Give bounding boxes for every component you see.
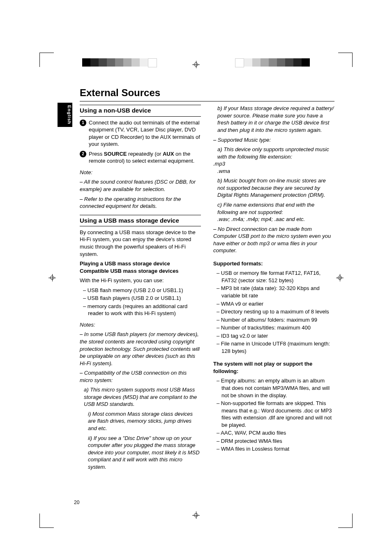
language-tab: English [58,103,72,127]
list-item: USB or memory file format FAT12, FAT16, … [213,269,334,284]
list-item: Number of tracks/titles: maximum 400 [213,324,334,332]
step-1: 1 Connect the audio out terminals of the… [80,119,201,148]
list-item: Directory nesting up to a maximum of 8 l… [213,308,334,315]
text: repeatedly (or [127,151,162,157]
notes-label: Notes: [80,321,201,329]
list-item: AAC, WAV, PCM audio files [213,429,334,437]
step-number-icon: 2 [80,151,86,157]
list-item: USB flash memory (USB 2.0 or USB1.1) [80,287,201,294]
list-item: Empty albums: an empty album is an album… [213,377,334,399]
crop-mark [39,514,54,528]
step-number-icon: 1 [80,120,86,126]
body-text: By connecting a USB mass storage device … [80,229,201,258]
sub-heading: Playing a USB mass storage device [80,260,201,267]
note-text: – Compatibility of the USB connection on… [80,369,201,384]
page-content: External Sources English Using a non-USB… [58,86,334,473]
list-item: memory cards (requires an additional car… [80,303,201,317]
sub-heading: The system will not play or support the … [213,360,334,375]
note-text: – All the sound control features (DSC or… [80,178,201,193]
note-text: – In some USB flash players (or memory d… [80,331,201,367]
registration-mark-icon [337,275,343,281]
step-text: Connect the audio out terminals of the e… [89,119,201,148]
list-item: Non-supported file formats are skipped. … [213,400,334,428]
note-text: .wma [217,168,334,175]
aux-label: AUX [163,151,174,157]
color-bar [82,58,157,67]
sub-heading: Compatible USB mass storage devices [80,267,201,275]
not-supported-list: Empty albums: an empty album is an album… [213,377,334,452]
crop-mark [338,53,353,67]
note-label: Note: [80,169,201,176]
right-column: b) If your Mass storage device required … [213,105,334,473]
source-label: SOURCE [104,151,127,157]
compatible-list: USB flash memory (USB 2.0 or USB1.1) USB… [80,287,201,317]
registration-mark-icon [49,275,55,281]
page-number: 20 [74,499,79,506]
registration-mark-icon [193,512,199,518]
color-bar [235,58,310,67]
step-text: Press SOURCE repeatedly (or AUX on the r… [89,150,201,165]
list-item: Number of albums/ folders: maximum 99 [213,316,334,324]
note-text: – Refer to the operating instructions fo… [80,196,201,210]
note-text: a) This micro system supports most USB M… [84,386,201,408]
section-heading-non-usb: Using a non-USB device [80,105,201,116]
crop-mark [39,53,54,67]
list-item: File name in Unicode UTF8 (maximum lengt… [213,340,334,355]
left-column: Using a non-USB device 1 Connect the aud… [80,105,201,473]
note-text: i) Most common Mass storage class device… [88,410,201,432]
registration-mark-icon [193,62,199,67]
page-title: External Sources [80,86,334,99]
text: Press [89,151,104,157]
list-item: WMA v9 or earlier [213,300,334,308]
step-2: 2 Press SOURCE repeatedly (or AUX on the… [80,150,201,165]
note-text: .wav; .m4a; .m4p; mp4; .aac and etc. [217,216,334,223]
section-heading-usb: Using a USB mass storage device [80,215,201,226]
note-text: c) File name extensions that end with th… [217,201,334,216]
note-text: a) This device only supports unprotected… [217,146,334,160]
body-text: With the Hi-Fi system, you can use: [80,277,201,284]
note-text: .mp3 [213,160,334,168]
note-text: – Supported Music type: [213,136,334,144]
list-item: ID3 tag v2.0 or later [213,332,334,340]
list-item: MP3 bit rate (data rate): 32-320 Kbps an… [213,285,334,299]
note-text: b) Music bought from on-line music store… [217,177,334,199]
crop-mark [338,514,353,528]
title-rule [80,101,334,101]
note-text: b) If your Mass storage device required … [217,105,334,134]
sub-heading: Supported formats: [213,260,334,267]
list-item: WMA files in Lossless format [213,445,334,453]
formats-list: USB or memory file format FAT12, FAT16, … [213,269,334,355]
note-text: ii) If you see a "Disc Drive" show up on… [88,435,201,471]
note-text: – No Direct connection can be made from … [213,226,334,254]
list-item: USB flash players (USB 2.0 or USB1.1) [80,295,201,302]
list-item: DRM protected WMA files [213,438,334,445]
